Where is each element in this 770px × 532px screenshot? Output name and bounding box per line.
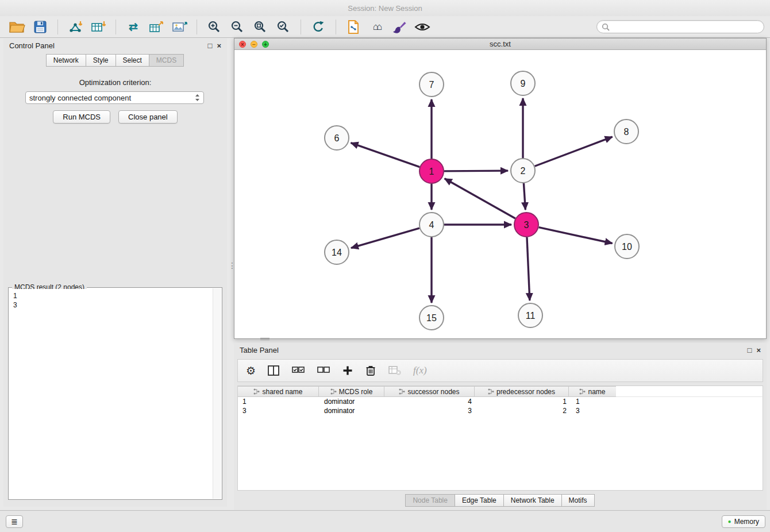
close-table-panel-icon[interactable]: × bbox=[756, 346, 761, 354]
graph-edge-1-6[interactable] bbox=[351, 143, 420, 167]
close-window-button[interactable]: × bbox=[239, 41, 246, 48]
graph-node-4[interactable]: 4 bbox=[419, 213, 444, 237]
network-window-titlebar[interactable]: scc.txt × − + bbox=[234, 38, 766, 50]
column-header-shared-name[interactable]: shared name bbox=[237, 386, 319, 397]
application-window: Session: New Session bbox=[0, 0, 770, 532]
show-hide-button[interactable] bbox=[413, 18, 432, 36]
graph-edge-4-14[interactable] bbox=[351, 228, 419, 248]
table-cell: 1 bbox=[238, 398, 319, 406]
zoom-fit-icon bbox=[253, 20, 268, 34]
table-body: 1dominator4113dominator323 bbox=[238, 397, 763, 415]
import-table-button[interactable] bbox=[88, 18, 108, 36]
minimize-window-button[interactable]: − bbox=[251, 41, 257, 48]
zoom-fit-button[interactable] bbox=[251, 18, 270, 36]
open-document-button[interactable] bbox=[344, 18, 363, 36]
open-session-button[interactable] bbox=[7, 18, 27, 36]
table-panel: Table Panel □ × ⚙ bbox=[234, 343, 767, 510]
graph-node-15[interactable]: 15 bbox=[419, 306, 444, 330]
tab-select[interactable]: Select bbox=[116, 54, 149, 67]
delete-table-button[interactable] bbox=[388, 365, 402, 376]
tab-style[interactable]: Style bbox=[86, 54, 116, 67]
column-header-MCDS-role[interactable]: MCDS role bbox=[318, 386, 384, 397]
tab-edge-table[interactable]: Edge Table bbox=[455, 494, 504, 507]
style-brush-button[interactable] bbox=[390, 18, 409, 36]
graph-node-14[interactable]: 14 bbox=[325, 240, 349, 264]
save-session-button[interactable] bbox=[30, 18, 50, 36]
graph-node-3[interactable]: 3 bbox=[514, 213, 538, 237]
graph-edge-3-11[interactable] bbox=[527, 237, 530, 300]
import-network-button[interactable] bbox=[66, 18, 85, 36]
tab-mcds[interactable]: MCDS bbox=[149, 54, 184, 67]
graph-node-9[interactable]: 9 bbox=[511, 71, 535, 95]
zoom-out-button[interactable] bbox=[228, 18, 247, 36]
delete-column-button[interactable] bbox=[365, 364, 376, 377]
table-toolbar: ⚙ bbox=[237, 359, 763, 382]
float-panel-icon[interactable]: □ bbox=[208, 42, 213, 49]
run-mcds-button[interactable]: Run MCDS bbox=[53, 110, 110, 124]
table-settings-button[interactable]: ⚙ bbox=[246, 365, 256, 376]
graph-node-11[interactable]: 11 bbox=[518, 303, 542, 327]
graph-node-1[interactable]: 1 bbox=[419, 159, 444, 183]
mcds-result-item[interactable]: 1 bbox=[13, 291, 209, 300]
control-panel-tabs: NetworkStyleSelectMCDS bbox=[3, 54, 227, 67]
zoom-in-button[interactable] bbox=[205, 18, 224, 36]
graph-edge-3-10[interactable] bbox=[538, 228, 612, 244]
graph-edge-3-1[interactable] bbox=[445, 179, 515, 218]
column-header-predecessor-nodes[interactable]: predecessor nodes bbox=[474, 386, 569, 397]
deselect-all-button[interactable] bbox=[317, 365, 330, 376]
save-floppy-icon bbox=[33, 20, 47, 34]
graph-node-7[interactable]: 7 bbox=[419, 72, 444, 97]
swap-arrows-icon: ⇄ bbox=[129, 21, 138, 32]
select-all-button[interactable] bbox=[291, 365, 305, 376]
window-resize-handle[interactable] bbox=[260, 338, 270, 340]
tab-motifs[interactable]: Motifs bbox=[561, 494, 595, 507]
tab-network-table[interactable]: Network Table bbox=[503, 494, 562, 507]
graph-node-2[interactable]: 2 bbox=[511, 159, 535, 183]
table-row[interactable]: 3dominator323 bbox=[238, 406, 763, 415]
export-table-button[interactable] bbox=[147, 18, 166, 36]
export-image-button[interactable] bbox=[170, 18, 189, 36]
mcds-buttons-row: Run MCDS Close panel bbox=[3, 110, 227, 124]
column-header-successor-nodes[interactable]: successor nodes bbox=[384, 386, 475, 397]
graph-edge-2-8[interactable] bbox=[535, 137, 613, 166]
search-input[interactable] bbox=[613, 23, 759, 31]
close-panel-icon[interactable]: × bbox=[217, 42, 221, 49]
add-column-button[interactable] bbox=[342, 365, 353, 376]
show-columns-button[interactable] bbox=[267, 365, 280, 376]
graph-edge-2-3[interactable] bbox=[523, 183, 525, 210]
column-header-name[interactable]: name bbox=[568, 386, 617, 397]
export-image-icon bbox=[171, 20, 187, 34]
memory-button[interactable]: ● Memory bbox=[722, 515, 765, 528]
refresh-icon bbox=[311, 20, 326, 34]
mcds-result-list[interactable]: 13 bbox=[10, 289, 212, 498]
export-network-button[interactable]: ⇄ bbox=[124, 18, 143, 36]
result-scrollbar[interactable] bbox=[213, 288, 221, 499]
graph-node-8[interactable]: 8 bbox=[614, 119, 638, 144]
panel-splitter-handle[interactable]: ⋮ bbox=[228, 263, 233, 278]
graph-node-label: 2 bbox=[521, 166, 526, 176]
criterion-dropdown[interactable]: strongly connected component bbox=[25, 91, 204, 104]
graph-edge-1-2[interactable] bbox=[444, 171, 508, 171]
memory-label: Memory bbox=[734, 518, 759, 526]
refresh-button[interactable] bbox=[309, 18, 328, 36]
network-canvas[interactable]: 7968124314101511 bbox=[234, 50, 766, 338]
float-table-panel-icon[interactable]: □ bbox=[748, 346, 752, 354]
zoom-selected-button[interactable] bbox=[274, 18, 293, 36]
zoom-window-button[interactable]: + bbox=[262, 41, 269, 48]
mcds-result-item[interactable]: 3 bbox=[13, 300, 209, 310]
tab-network[interactable]: Network bbox=[46, 54, 86, 67]
graph-node-6[interactable]: 6 bbox=[325, 126, 349, 150]
search-field[interactable] bbox=[596, 20, 764, 33]
graph-node-label: 7 bbox=[429, 80, 434, 90]
import-network-icon bbox=[68, 20, 83, 34]
control-panel-title: Control Panel bbox=[9, 41, 55, 50]
close-panel-button[interactable]: Close panel bbox=[118, 110, 178, 124]
dropdown-stepper-icon bbox=[195, 94, 200, 102]
function-builder-button[interactable]: f(x) bbox=[413, 365, 427, 376]
table-row[interactable]: 1dominator411 bbox=[238, 397, 763, 406]
show-panel-button[interactable]: ≣ bbox=[6, 515, 23, 528]
home-button[interactable]: ⌂⌂ bbox=[367, 18, 386, 36]
graph-node-10[interactable]: 10 bbox=[615, 234, 639, 259]
tab-node-table[interactable]: Node Table bbox=[405, 494, 455, 507]
network-graph[interactable]: 7968124314101511 bbox=[234, 50, 766, 338]
